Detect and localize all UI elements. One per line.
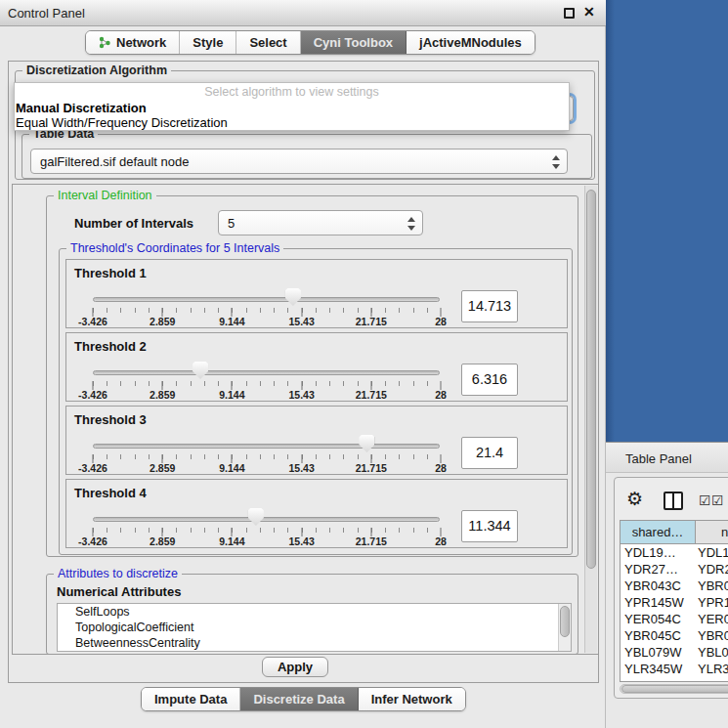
tab-select[interactable]: Select [236,31,300,54]
thresholds-group-title: Threshold's Coordinates for 5 Intervals [66,241,283,255]
number-of-intervals-label: Number of Intervals [74,216,193,231]
list-item[interactable]: TopologicalCoefficient [58,620,571,635]
table-row[interactable]: YBR045CYBR0 [621,627,728,644]
slider-tick-labels: -3.426 2.859 9.144 15.43 21.715 28 [93,389,441,401]
number-of-intervals-combobox[interactable]: 5 [218,210,423,236]
list-item[interactable]: BetweennessCentrality [58,635,571,651]
threshold-4-label: Threshold 4 [74,486,147,500]
scrollbar-thumb[interactable] [560,606,570,637]
application-root: Control Panel ✕ Network Style Select Cyn… [0,0,728,728]
node-attribute-table[interactable]: shared… na YDL19…YDL1 YDR27…YDR2 YBR043C… [620,520,728,682]
threshold-1-box: Threshold 1 -3.426 2.859 9.144 15.43 [65,259,568,328]
table-row[interactable]: YLR345WYLR3 [621,661,728,677]
column-layout-icon[interactable] [664,492,683,510]
network-desktop: GAL80 GA C GAL11 GAL4 GCY1 H HAP2 [606,0,728,442]
numerical-attributes-label: Numerical Attributes [57,584,181,599]
algorithm-option-equal-width[interactable]: Equal Width/Frequency Discretization [16,115,228,130]
table-panel: ⚙ ☑ ☑ shared… na YDL19…YDL1 YDR27…YDR2 Y… [614,477,728,699]
thresholds-group: Threshold's Coordinates for 5 Intervals … [59,248,573,555]
algorithm-hint: Select algorithm to view settings [15,85,569,99]
checkbox-icon[interactable]: ☑ [699,492,711,508]
threshold-4-value-field[interactable]: 11.344 [461,510,518,542]
numerical-attributes-list[interactable]: SelfLoops TopologicalCoefficient Between… [57,603,572,652]
algorithm-option-manual[interactable]: Manual Discretization [16,101,147,115]
table-panel-titlebar[interactable]: Table Panel [606,442,728,473]
table-row[interactable]: YIL052CYIL0 [621,677,728,681]
threshold-1-slider-thumb[interactable] [285,288,301,306]
apply-button[interactable]: Apply [262,657,328,677]
list-item[interactable]: SelfLoops [58,604,571,620]
list-scrollbar[interactable] [558,604,571,651]
cyni-toolbox-content: Discretization Algorithm Table Data galF… [8,61,599,683]
table-panel-title: Table Panel [625,451,692,466]
tab-style[interactable]: Style [180,31,236,54]
slider-tick-labels: -3.426 2.859 9.144 15.43 21.715 28 [93,316,441,327]
table-data-group: Table Data galFiltered.sif default node [21,134,592,179]
checkbox-icon[interactable]: ☑ [711,492,724,508]
table-body: YDL19…YDL1 YDR27…YDR2 YBR043CYBR0 YPR145… [621,544,728,681]
interval-definition-group: Interval Definition Number of Intervals … [46,195,578,557]
scrollbar-thumb[interactable] [586,190,596,569]
close-icon[interactable]: ✕ [583,4,595,20]
horizontal-scrollbar[interactable] [620,684,728,694]
threshold-3-box: Threshold 3 -3.426 2.859 9.144 15.43 [65,406,568,475]
control-panel-tabbar: Network Style Select Cyni Toolbox jActiv… [85,30,535,55]
threshold-3-label: Threshold 3 [74,412,147,427]
table-row[interactable]: YPR145WYPR1 [621,594,728,611]
table-row[interactable]: YDR27…YDR2 [621,561,728,578]
threshold-2-box: Threshold 2 -3.426 2.859 9.144 15.43 [65,332,568,402]
threshold-2-label: Threshold 2 [74,339,147,354]
attributes-group: Attributes to discretize Numerical Attri… [46,574,578,655]
tab-discretize-data[interactable]: Discretize Data [240,688,358,710]
window-title: Control Panel [8,6,85,21]
number-of-intervals-value: 5 [228,216,235,231]
table-row[interactable]: YBL079WYBL0 [621,644,728,661]
attributes-group-title: Attributes to discretize [54,567,182,580]
gear-icon[interactable]: ⚙ [626,490,643,508]
table-row[interactable]: YDL19…YDL1 [621,544,728,561]
tab-jactivemnodules[interactable]: jActiveMNodules [407,31,535,54]
threshold-2-slider-thumb[interactable] [193,362,208,379]
table-row[interactable]: YER054CYER0 [621,611,728,627]
discretization-algorithm-title: Discretization Algorithm [22,64,171,77]
threshold-1-label: Threshold 1 [74,266,147,280]
tab-network[interactable]: Network [86,31,180,54]
table-data-value: galFiltered.sif default node [40,154,189,169]
table-row[interactable]: YBR043CYBR0 [621,578,728,594]
tab-impute-data[interactable]: Impute Data [142,688,240,710]
threshold-1-value-field[interactable]: 14.713 [461,290,518,322]
threshold-3-value-field[interactable]: 21.4 [461,437,518,469]
threshold-4-box: Threshold 4 -3.426 2.859 9.144 15.43 [65,479,568,548]
slider-tick-labels: -3.426 2.859 9.144 15.43 21.715 28 [93,462,441,474]
interval-definition-title: Interval Definition [54,189,156,202]
table-data-combobox[interactable]: galFiltered.sif default node [30,149,568,174]
slider-tick-labels: -3.426 2.859 9.144 15.43 21.715 28 [93,535,441,547]
algorithm-dropdown-popup: Select algorithm to view settings Manual… [14,82,570,131]
control-panel-titlebar[interactable]: Control Panel ✕ [0,0,606,26]
combo-stepper-icon [551,154,560,170]
float-window-icon[interactable] [564,8,575,19]
tab-network-label: Network [116,35,166,50]
column-header-shared[interactable]: shared… [621,521,696,543]
network-icon [99,36,111,49]
threshold-4-slider-thumb[interactable] [248,508,264,526]
tab-cyni-toolbox[interactable]: Cyni Toolbox [301,31,407,54]
interval-scroll-pane: Interval Definition Number of Intervals … [12,184,599,655]
vertical-scrollbar[interactable] [584,186,597,653]
table-header-row: shared… na [621,521,728,544]
scrollbar-thumb[interactable] [621,685,728,693]
column-header-name[interactable]: na [696,521,728,543]
combo-stepper-icon [407,216,415,232]
threshold-3-slider-thumb[interactable] [359,435,374,452]
bottom-tabbar: Impute Data Discretize Data Infer Networ… [141,687,466,711]
tab-infer-network[interactable]: Infer Network [359,688,465,710]
threshold-2-value-field[interactable]: 6.316 [461,364,518,396]
